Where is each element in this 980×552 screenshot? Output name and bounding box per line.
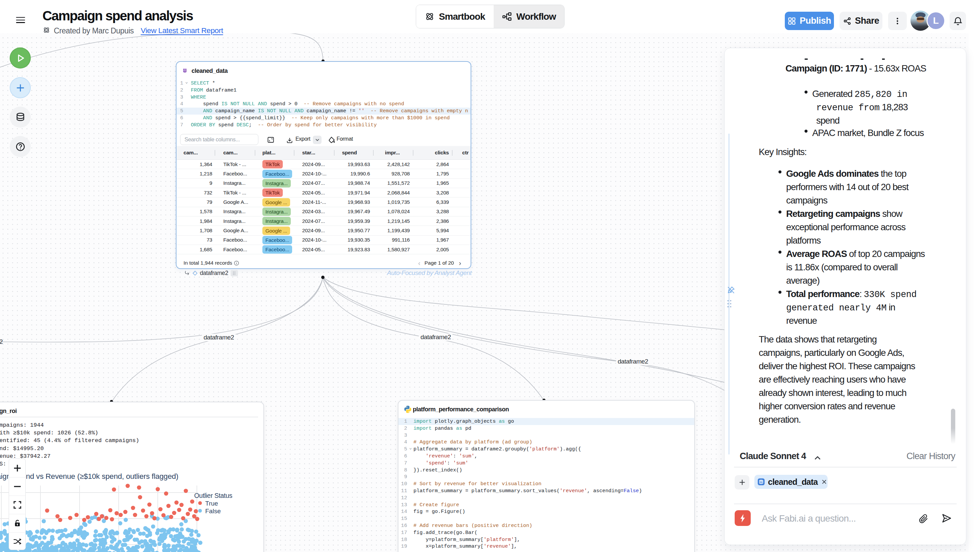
svg-text:SQL: SQL: [183, 70, 186, 72]
svg-text:SQL: SQL: [759, 482, 763, 483]
